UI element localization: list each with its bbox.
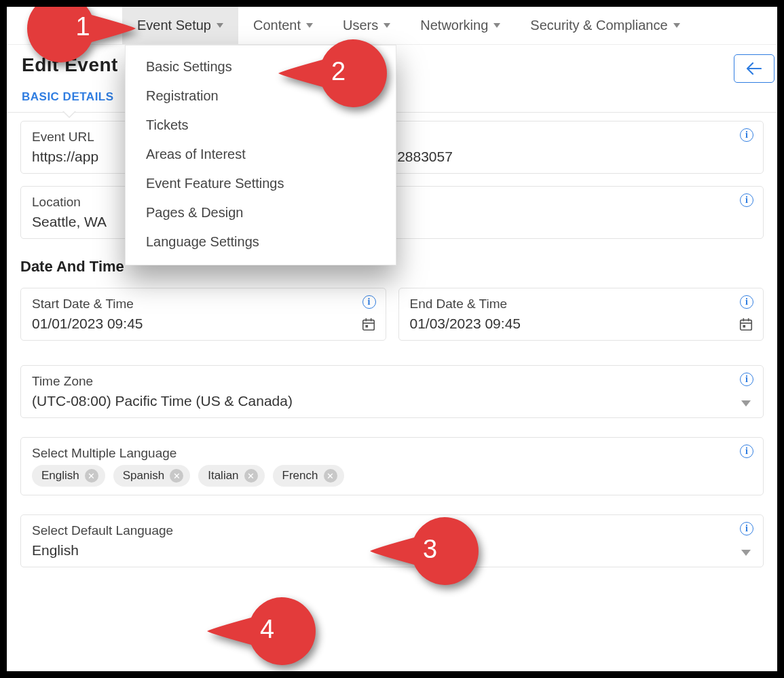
nav-label: Content: [253, 18, 301, 33]
annotation-number: 2: [331, 57, 346, 86]
nav-users[interactable]: Users: [328, 7, 405, 44]
field-start-date[interactable]: i Start Date & Time 01/01/2023 09:45: [20, 288, 386, 341]
chip-italian: Italian ✕: [198, 465, 264, 487]
chevron-down-icon[interactable]: [741, 550, 751, 556]
nav-label: Users: [343, 18, 378, 33]
svg-rect-9: [743, 325, 745, 328]
field-value: (UTC-08:00) Pacific Time (US & Canada): [32, 393, 752, 409]
field-multi-language[interactable]: i Select Multiple Language English ✕ Spa…: [20, 437, 764, 495]
nav-label: Networking: [420, 18, 488, 33]
nav-networking[interactable]: Networking: [405, 7, 515, 44]
annotation-number: 1: [76, 12, 90, 41]
calendar-icon[interactable]: [361, 317, 376, 332]
field-label: Select Multiple Language: [32, 446, 752, 461]
chip-spanish: Spanish ✕: [113, 465, 190, 487]
url-left: https://app: [32, 149, 98, 164]
chevron-down-icon[interactable]: [741, 400, 751, 407]
chevron-down-icon: [493, 23, 500, 28]
chip-french: French ✕: [273, 465, 344, 487]
annotation-number: 4: [260, 615, 274, 644]
svg-rect-5: [741, 320, 752, 331]
field-label: Start Date & Time: [32, 297, 375, 312]
close-icon[interactable]: ✕: [170, 469, 183, 483]
info-icon[interactable]: i: [740, 295, 753, 309]
nav-event-setup[interactable]: Event Setup: [122, 7, 238, 44]
menu-areas-of-interest[interactable]: Areas of Interest: [126, 140, 396, 169]
tab-basic-details[interactable]: BASIC DETAILS: [22, 90, 114, 112]
annotation-number: 3: [423, 535, 437, 564]
menu-language-settings[interactable]: Language Settings: [126, 227, 396, 257]
annotation-4: 4: [207, 597, 316, 665]
field-label: End Date & Time: [410, 297, 753, 312]
info-icon[interactable]: i: [740, 128, 753, 142]
field-value: 01/03/2023 09:45: [410, 316, 753, 332]
menu-event-feature[interactable]: Event Feature Settings: [126, 169, 396, 198]
nav-security[interactable]: Security & Compliance: [515, 7, 694, 44]
language-chips: English ✕ Spanish ✕ Italian ✕ French ✕: [32, 465, 752, 487]
tab-pointer: [62, 111, 76, 118]
chip-label: Spanish: [123, 469, 164, 483]
annotation-3: 3: [370, 517, 479, 585]
nav-label: Event Setup: [137, 18, 211, 33]
calendar-icon[interactable]: [739, 317, 753, 332]
field-timezone[interactable]: i Time Zone (UTC-08:00) Pacific Time (US…: [20, 365, 764, 418]
info-icon[interactable]: i: [362, 295, 376, 309]
info-icon[interactable]: i: [740, 522, 753, 535]
chevron-down-icon: [384, 23, 390, 28]
chevron-down-icon: [217, 23, 223, 28]
info-icon[interactable]: i: [740, 373, 753, 386]
chevron-down-icon: [673, 23, 680, 28]
chip-label: Italian: [208, 469, 238, 483]
close-icon[interactable]: ✕: [85, 469, 98, 483]
annotation-1: 1: [27, 0, 136, 62]
field-end-date[interactable]: i End Date & Time 01/03/2023 09:45: [398, 288, 764, 341]
nav-label: Security & Compliance: [530, 18, 667, 33]
field-label: Time Zone: [32, 374, 752, 389]
svg-rect-4: [365, 325, 368, 328]
menu-tickets[interactable]: Tickets: [126, 111, 396, 140]
close-icon[interactable]: ✕: [324, 469, 337, 483]
field-value: 01/01/2023 09:45: [32, 316, 375, 332]
info-icon[interactable]: i: [740, 193, 753, 207]
chip-english: English ✕: [32, 465, 105, 487]
chip-label: English: [41, 469, 79, 483]
close-icon[interactable]: ✕: [244, 469, 258, 483]
svg-rect-0: [362, 320, 374, 331]
chevron-down-icon: [306, 23, 313, 28]
menu-pages-design[interactable]: Pages & Design: [126, 198, 396, 227]
nav-content[interactable]: Content: [238, 7, 328, 44]
chip-label: French: [282, 469, 318, 483]
arrow-left-icon: [747, 62, 762, 75]
annotation-2: 2: [278, 39, 387, 107]
info-icon[interactable]: i: [740, 445, 753, 458]
